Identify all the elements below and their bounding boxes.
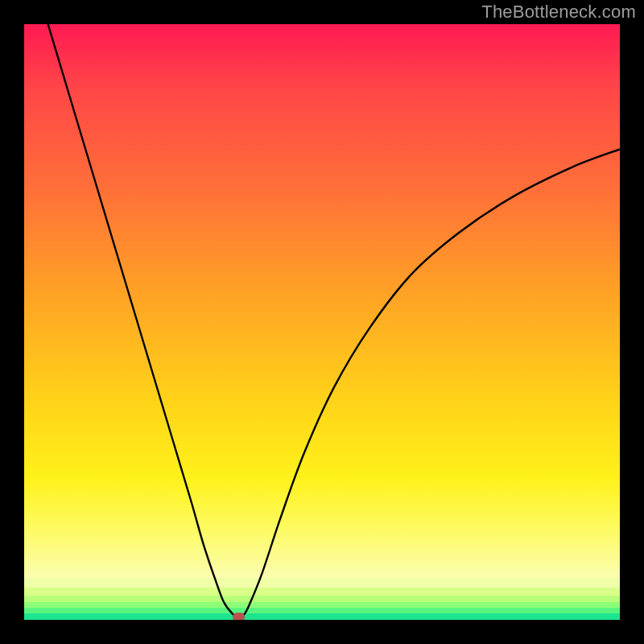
bottleneck-curve (24, 24, 620, 620)
watermark-text: TheBottleneck.com (481, 2, 636, 23)
minimum-marker (233, 613, 245, 620)
plot-area (24, 24, 620, 620)
chart-frame: TheBottleneck.com (0, 0, 644, 644)
